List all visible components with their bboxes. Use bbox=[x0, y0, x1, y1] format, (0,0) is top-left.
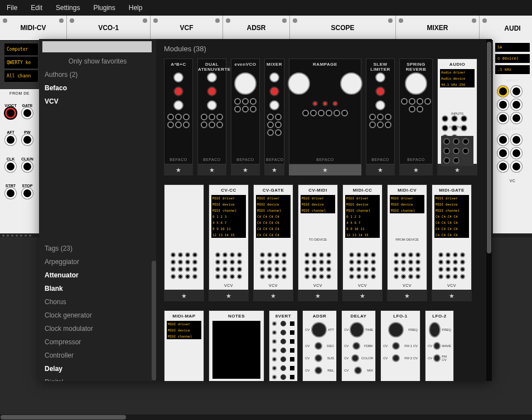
favorite-star[interactable]: ★ bbox=[209, 290, 249, 301]
favorite-star[interactable]: ★ bbox=[298, 290, 338, 301]
menu-help[interactable]: Help bbox=[127, 3, 145, 13]
midi-port[interactable] bbox=[22, 108, 33, 119]
tag-delay[interactable]: Delay bbox=[39, 362, 156, 375]
module-preview[interactable]: MIDI-CVMIDI driverMIDI deviceMIDI channe… bbox=[387, 184, 427, 290]
module-card-midi-cv[interactable]: MIDI-CVMIDI driverMIDI deviceMIDI channe… bbox=[387, 184, 427, 301]
module-preview[interactable] bbox=[164, 184, 204, 290]
author-befaco[interactable]: Befaco bbox=[39, 81, 156, 95]
module-card-notes[interactable]: NOTES★ bbox=[209, 310, 264, 381]
tags-header[interactable]: Tags (23) bbox=[39, 242, 156, 255]
module-card-dual-atenuverter[interactable]: DUAL ATENUVERTERBEFACO★ bbox=[197, 58, 226, 175]
module-preview[interactable]: SPRING REVERBBEFACO bbox=[399, 58, 433, 164]
module-card-spring-reverb[interactable]: SPRING REVERBBEFACO★ bbox=[399, 58, 433, 175]
module-preview[interactable]: CV-MIDIMIDI driverMIDI deviceMIDI channe… bbox=[298, 184, 338, 290]
midi-port[interactable] bbox=[22, 161, 33, 172]
favorite-star[interactable]: ★ bbox=[437, 164, 477, 175]
menu-edit[interactable]: Edit bbox=[28, 3, 45, 13]
midi-driver-value[interactable]: Computer bbox=[4, 43, 38, 55]
module-card-cv-midi[interactable]: CV-MIDIMIDI driverMIDI deviceMIDI channe… bbox=[298, 184, 338, 301]
module-card-cv-gate[interactable]: CV-GATEMIDI driverMIDI deviceMIDI channe… bbox=[253, 184, 293, 301]
tag-clock-modulator[interactable]: Clock modulator bbox=[39, 322, 156, 335]
module-preview[interactable]: AUDIOAudio driverAudio device44.1 kHz 25… bbox=[437, 58, 477, 164]
tag-compressor[interactable]: Compressor bbox=[39, 335, 156, 349]
module-preview[interactable]: evenVCOBEFACO bbox=[231, 58, 260, 164]
menu-file[interactable]: File bbox=[4, 3, 20, 13]
module-card-midi-gate[interactable]: MIDI-GATEMIDI driverMIDI deviceMIDI chan… bbox=[432, 184, 472, 301]
midi-channel-value[interactable]: All chann bbox=[4, 70, 38, 82]
module-card-8vert[interactable]: 8VERT★ bbox=[269, 310, 298, 381]
audio-in-port[interactable] bbox=[511, 99, 522, 110]
audio-out-port[interactable] bbox=[511, 134, 522, 145]
module-card-mixer[interactable]: MIXERBEFACO★ bbox=[264, 58, 284, 175]
browser-scrollbar-thumb[interactable] bbox=[487, 42, 491, 253]
browser-scrollbar[interactable] bbox=[486, 39, 492, 381]
module-card-slew-limiter[interactable]: SLEW LIMITERBEFACO★ bbox=[366, 58, 395, 175]
favorite-star[interactable]: ★ bbox=[197, 164, 226, 175]
module-card-adsr[interactable]: ADSRCVATTCVDECCVSUSCVREL★ bbox=[302, 310, 337, 381]
midi-port[interactable] bbox=[22, 134, 33, 145]
audio-out-port[interactable] bbox=[511, 148, 522, 159]
module-card-rampage[interactable]: RAMPAGEBEFACO★ bbox=[289, 58, 361, 175]
module-preview[interactable]: CV-CCMIDI driverMIDI deviceMIDI channel0… bbox=[209, 184, 249, 290]
author-vcv[interactable]: VCV bbox=[39, 95, 156, 108]
audio-in-port[interactable] bbox=[511, 113, 522, 124]
module-preview[interactable]: ADSRCVATTCVDECCVSUSCVREL bbox=[302, 310, 337, 381]
midi-port[interactable] bbox=[5, 108, 16, 119]
module-preview[interactable]: RAMPAGEBEFACO bbox=[289, 58, 361, 164]
module-preview[interactable]: MIXERBEFACO bbox=[264, 58, 284, 164]
module-card-a-b-c[interactable]: A*B+CBEFACO★ bbox=[164, 58, 193, 175]
rack-horizontal-scrollbar-thumb[interactable] bbox=[1, 415, 126, 419]
audio-in-port[interactable] bbox=[497, 99, 509, 110]
tag-blank[interactable]: Blank bbox=[39, 282, 156, 295]
module-card-midi-cc[interactable]: MIDI-CCMIDI driverMIDI deviceMIDI channe… bbox=[342, 184, 383, 301]
audio-in-port[interactable] bbox=[511, 86, 522, 97]
module-card-audio[interactable]: AUDIOAudio driverAudio device44.1 kHz 25… bbox=[437, 58, 477, 175]
midi-port[interactable] bbox=[5, 188, 16, 199]
module-preview[interactable]: SLEW LIMITERBEFACO bbox=[366, 58, 395, 164]
audio-out-port[interactable] bbox=[511, 161, 522, 172]
favorite-star[interactable]: ★ bbox=[366, 164, 395, 175]
favorite-star[interactable]: ★ bbox=[264, 164, 284, 175]
favorite-star[interactable]: ★ bbox=[289, 164, 361, 175]
audio-in-port[interactable] bbox=[497, 113, 509, 124]
tag-digital[interactable]: Digital bbox=[39, 375, 156, 381]
tag-controller[interactable]: Controller bbox=[39, 349, 156, 362]
module-card-midi-map[interactable]: MIDI-MAPMIDI driverMIDI deviceMIDI chann… bbox=[164, 310, 204, 381]
rack-horizontal-scrollbar[interactable] bbox=[0, 414, 532, 420]
show-favorites-toggle[interactable]: Only show favorites bbox=[39, 55, 156, 68]
favorite-star[interactable]: ★ bbox=[164, 164, 193, 175]
favorite-star[interactable]: ★ bbox=[387, 290, 427, 301]
audio-out-port[interactable] bbox=[497, 161, 509, 172]
audio-out-port[interactable] bbox=[497, 148, 509, 159]
module-preview[interactable]: DELAYCVTIMECVFDBKCVCOLORCVMIX bbox=[341, 310, 376, 381]
module-preview[interactable]: LFO-1FREQCVFM 1 CVCVFM 2 CV bbox=[380, 310, 420, 381]
favorite-star[interactable]: ★ bbox=[399, 164, 433, 175]
audio-out-port[interactable] bbox=[497, 134, 509, 145]
favorite-star[interactable]: ★ bbox=[342, 290, 383, 301]
favorite-star[interactable]: ★ bbox=[164, 290, 204, 301]
module-card-cv-cc[interactable]: CV-CCMIDI driverMIDI deviceMIDI channel0… bbox=[209, 184, 249, 301]
tag-attenuator[interactable]: Attenuator bbox=[39, 268, 156, 282]
module-card-lfo-2[interactable]: LFO-2FREQCVWAVECVFM CV★ bbox=[425, 310, 454, 381]
midi-port[interactable] bbox=[5, 161, 16, 172]
module-preview[interactable]: DUAL ATENUVERTERBEFACO bbox=[197, 58, 226, 164]
audio-in-port[interactable] bbox=[497, 86, 509, 97]
tag-chorus[interactable]: Chorus bbox=[39, 295, 156, 309]
module-card-lfo-1[interactable]: LFO-1FREQCVFM 1 CVCVFM 2 CV★ bbox=[380, 310, 420, 381]
midi-device-value[interactable]: QWERTY ke bbox=[4, 57, 38, 69]
favorite-star[interactable]: ★ bbox=[253, 290, 293, 301]
favorite-star[interactable]: ★ bbox=[231, 164, 260, 175]
module-preview[interactable]: 8VERT bbox=[269, 310, 298, 381]
menu-settings[interactable]: Settings bbox=[54, 3, 82, 13]
module-card-blank[interactable]: ★ bbox=[164, 184, 204, 301]
search-input[interactable] bbox=[42, 41, 152, 52]
module-preview[interactable]: MIDI-MAPMIDI driverMIDI deviceMIDI chann… bbox=[164, 310, 204, 381]
midi-port[interactable] bbox=[22, 188, 33, 199]
module-preview[interactable]: LFO-2FREQCVWAVECVFM CV bbox=[425, 310, 454, 381]
midi-port[interactable] bbox=[5, 134, 16, 145]
module-card-delay[interactable]: DELAYCVTIMECVFDBKCVCOLORCVMIX★ bbox=[341, 310, 376, 381]
module-preview[interactable]: NOTES bbox=[209, 310, 264, 381]
favorite-star[interactable]: ★ bbox=[432, 290, 472, 301]
module-preview[interactable]: MIDI-CCMIDI driverMIDI deviceMIDI channe… bbox=[342, 184, 383, 290]
authors-header[interactable]: Authors (2) bbox=[39, 68, 156, 81]
